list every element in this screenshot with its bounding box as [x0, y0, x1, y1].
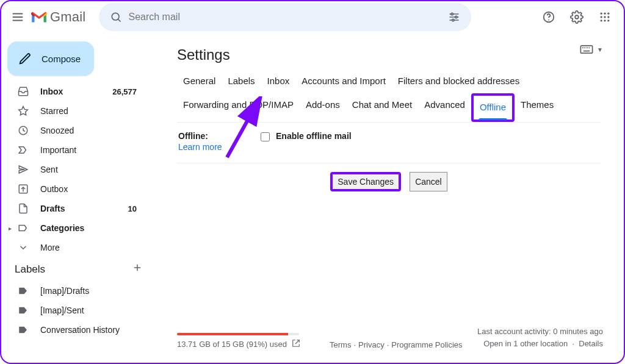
svg-rect-29: [580, 46, 592, 53]
offline-section: Offline: Learn more Enable offline mail: [177, 123, 601, 163]
tab-inbox[interactable]: Inbox: [261, 70, 296, 93]
sidebar-item-label: Snoozed: [40, 126, 137, 135]
google-apps-button[interactable]: [592, 4, 618, 30]
activity-line: Last account activity: 0 minutes ago: [477, 326, 603, 338]
sidebar-item-more[interactable]: More: [1, 238, 148, 257]
tab-filters-and-blocked-addresses[interactable]: Filters and blocked addresses: [392, 70, 526, 93]
caret-icon: ▸: [9, 225, 17, 232]
gmail-icon: [31, 10, 48, 24]
folder-list: Inbox26,577StarredSnoozedImportantSentOu…: [1, 82, 155, 257]
enable-offline-checkbox[interactable]: [261, 132, 270, 141]
compose-label: Compose: [42, 54, 81, 64]
sidebar-item-label: Sent: [40, 165, 137, 174]
sidebar-item-label: Starred: [40, 106, 137, 116]
sidebar-item-count: 10: [128, 204, 137, 213]
svg-marker-23: [19, 107, 28, 115]
label-item[interactable]: [Imap]/Drafts: [1, 281, 148, 301]
svg-point-16: [607, 13, 609, 15]
label-name: [Imap]/Drafts: [40, 286, 137, 296]
tab-chat-and-meet[interactable]: Chat and Meet: [346, 93, 418, 122]
label-item[interactable]: [Imap]/Sent: [1, 301, 148, 320]
outbox-icon: [17, 184, 29, 194]
more-icon: [17, 242, 29, 253]
compose-button[interactable]: Compose: [7, 41, 94, 76]
labels-title: Labels: [15, 263, 45, 276]
header-actions: [536, 4, 618, 30]
search-options-button[interactable]: [442, 5, 466, 29]
pencil-icon: [18, 52, 32, 65]
tab-add-ons[interactable]: Add-ons: [300, 93, 346, 122]
hamburger-icon: [11, 10, 24, 24]
draft-icon: [17, 203, 29, 214]
sidebar-item-outbox[interactable]: Outbox: [1, 179, 148, 199]
inbox-icon: [17, 86, 29, 97]
input-tools-button[interactable]: ▼: [580, 45, 603, 54]
sidebar-item-starred[interactable]: Starred: [1, 101, 148, 121]
search-button[interactable]: [104, 5, 128, 29]
label-item[interactable]: Conversation History: [1, 320, 148, 340]
tab-general[interactable]: General: [177, 70, 222, 93]
svg-point-8: [451, 13, 453, 15]
tab-themes[interactable]: Themes: [515, 93, 560, 122]
category-icon: [17, 223, 29, 234]
storage-meter: 13.71 GB of 15 GB (91%) used: [177, 333, 323, 349]
gear-icon: [570, 10, 583, 24]
search-input[interactable]: [128, 12, 442, 23]
sidebar-item-categories[interactable]: ▸Categories: [1, 218, 148, 238]
search-icon: [110, 11, 122, 23]
svg-line-4: [118, 20, 121, 22]
footer: 13.71 GB of 15 GB (91%) used Terms · Pri…: [177, 326, 603, 349]
plus-icon: [132, 262, 143, 273]
offline-section-label: Offline:: [178, 131, 261, 141]
apps-grid-icon: [599, 11, 611, 23]
footer-link-programme-policies[interactable]: Programme Policies: [391, 340, 462, 349]
tab-accounts-and-import[interactable]: Accounts and Import: [295, 70, 392, 93]
open-locations-link[interactable]: Open in 1 other location: [483, 339, 568, 348]
gmail-logo[interactable]: Gmail: [31, 9, 85, 25]
activity-details-link[interactable]: Details: [579, 339, 603, 348]
svg-point-14: [601, 13, 602, 15]
cancel-button[interactable]: Cancel: [410, 172, 447, 191]
tag-icon: [17, 324, 29, 335]
tab-advanced[interactable]: Advanced: [418, 93, 471, 122]
svg-point-21: [604, 20, 605, 21]
search-bar[interactable]: [99, 3, 471, 31]
svg-point-9: [455, 16, 457, 18]
tab-labels[interactable]: Labels: [222, 70, 261, 93]
tab-forwarding-and-pop-imap[interactable]: Forwarding and POP/IMAP: [177, 93, 300, 122]
sidebar-item-label: More: [40, 243, 137, 252]
sidebar-item-drafts[interactable]: Drafts10: [1, 199, 148, 218]
enable-offline-label[interactable]: Enable offline mail: [276, 131, 352, 141]
account-activity: Last account activity: 0 minutes ago Ope…: [477, 326, 603, 349]
footer-link-terms[interactable]: Terms: [330, 340, 351, 349]
tab-offline[interactable]: Offline: [471, 93, 515, 122]
page-title: Settings: [177, 46, 601, 63]
add-label-button[interactable]: [132, 262, 143, 276]
manage-storage-link[interactable]: [292, 339, 300, 349]
settings-tabs: GeneralLabelsInboxAccounts and ImportFil…: [177, 70, 601, 123]
sidebar: Compose Inbox26,577StarredSnoozedImporta…: [1, 33, 155, 363]
app-header: Gmail: [1, 1, 624, 33]
svg-rect-30: [582, 48, 583, 49]
sidebar-item-label: Important: [40, 145, 137, 155]
svg-point-18: [604, 16, 605, 18]
sidebar-item-count: 26,577: [112, 87, 137, 96]
important-icon: [17, 145, 29, 155]
settings-button[interactable]: [564, 4, 590, 30]
sidebar-item-snoozed[interactable]: Snoozed: [1, 121, 148, 140]
keyboard-icon: [580, 45, 593, 54]
svg-point-15: [604, 13, 605, 15]
footer-link-privacy[interactable]: Privacy: [358, 340, 385, 349]
support-button[interactable]: [536, 4, 562, 30]
sidebar-item-sent[interactable]: Sent: [1, 160, 148, 179]
sidebar-item-important[interactable]: Important: [1, 140, 148, 160]
sidebar-item-inbox[interactable]: Inbox26,577: [1, 82, 148, 101]
product-name: Gmail: [50, 9, 85, 25]
help-icon: [542, 10, 555, 24]
svg-rect-34: [583, 51, 590, 52]
open-in-new-icon: [292, 339, 300, 348]
learn-more-link[interactable]: Learn more: [178, 142, 222, 152]
main-menu-button[interactable]: [5, 4, 31, 30]
svg-point-20: [601, 20, 602, 21]
save-changes-button[interactable]: Save Changes: [330, 172, 401, 191]
